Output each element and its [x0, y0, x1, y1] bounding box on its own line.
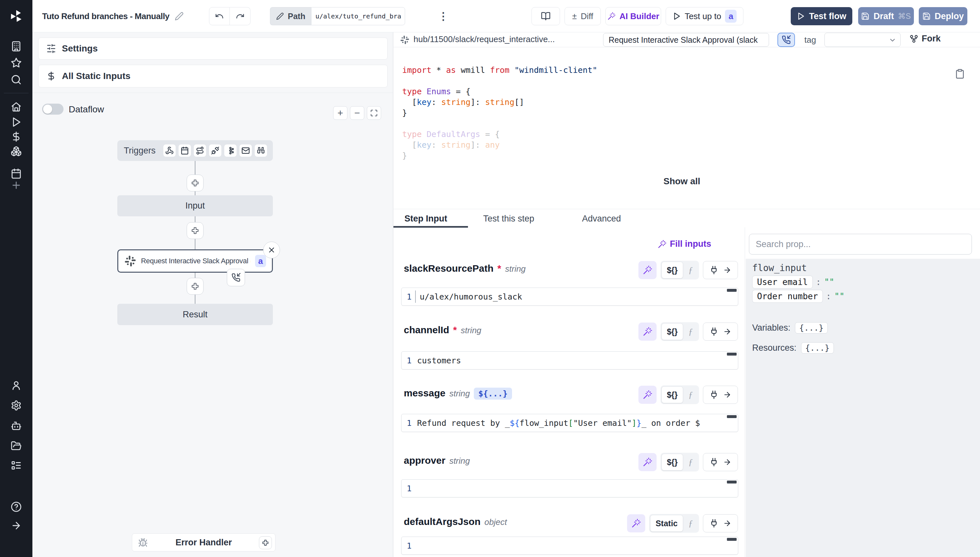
- add-icon[interactable]: [10, 179, 22, 191]
- dataflow-toggle[interactable]: [42, 104, 64, 115]
- function-mode-button[interactable]: ƒ: [683, 518, 698, 529]
- fork-button[interactable]: Fork: [909, 34, 941, 44]
- http-route-trigger-icon[interactable]: [194, 145, 206, 157]
- ai-bot-icon[interactable]: [10, 420, 22, 432]
- fit-view-button[interactable]: [367, 106, 381, 120]
- ai-builder-button[interactable]: AI Builder: [605, 7, 661, 25]
- docs-book-button[interactable]: [531, 7, 560, 25]
- logs-list-icon[interactable]: [10, 459, 22, 472]
- tab-advanced[interactable]: Advanced: [582, 214, 621, 224]
- schedules-icon[interactable]: [10, 168, 22, 180]
- connect-input-button[interactable]: [703, 514, 738, 533]
- webhook-trigger-icon[interactable]: [163, 145, 176, 157]
- runs-icon[interactable]: [10, 116, 22, 128]
- kafka-trigger-icon[interactable]: [224, 145, 237, 157]
- diff-button[interactable]: ± Diff: [565, 7, 601, 25]
- websocket-trigger-icon[interactable]: [209, 145, 221, 157]
- template-mode-button[interactable]: ${}: [662, 262, 683, 278]
- editor-scrollbar[interactable]: [727, 480, 737, 484]
- template-mode-button[interactable]: ${}: [662, 454, 683, 471]
- resources-icon[interactable]: [10, 145, 22, 157]
- template-mode-button[interactable]: ${}: [662, 386, 683, 403]
- error-handler-node[interactable]: Error Handler: [132, 533, 276, 552]
- variables-icon[interactable]: [10, 130, 22, 143]
- template-mode-button[interactable]: ${}: [662, 323, 683, 340]
- field-editor-slackResourcePath[interactable]: 1 u/alex/humorous_slack: [401, 288, 738, 306]
- hub-script-path[interactable]: hub/11500/slack/request_interactive...: [413, 34, 555, 44]
- tab-test-this-step[interactable]: Test this step: [483, 214, 534, 224]
- fill-inputs-button[interactable]: Fill inputs: [658, 239, 711, 249]
- suspend-approval-phone-icon[interactable]: [227, 269, 245, 286]
- email-trigger-icon[interactable]: [240, 145, 252, 157]
- search-icon[interactable]: [10, 73, 22, 86]
- result-node[interactable]: Result: [117, 304, 273, 325]
- static-mode-button[interactable]: Static: [650, 515, 683, 532]
- editor-scrollbar[interactable]: [727, 415, 737, 418]
- ai-fill-wand-button[interactable]: [639, 453, 657, 471]
- deploy-button[interactable]: Deploy: [919, 7, 967, 25]
- input-node[interactable]: Input: [117, 195, 273, 216]
- scheduled-poll-trigger-icon[interactable]: [255, 145, 267, 157]
- edit-title-pencil-icon[interactable]: [175, 11, 184, 21]
- home-icon[interactable]: [10, 101, 22, 113]
- help-icon[interactable]: [10, 501, 22, 513]
- insert-step-button[interactable]: [187, 174, 204, 191]
- connect-input-button[interactable]: [703, 322, 738, 341]
- editor-scrollbar[interactable]: [727, 289, 737, 292]
- test-flow-button[interactable]: Test flow: [791, 7, 852, 25]
- function-mode-button[interactable]: ƒ: [683, 457, 698, 467]
- connect-input-button[interactable]: [703, 453, 738, 471]
- field-editor-message[interactable]: 1 Refund request by _${flow_input["User …: [401, 414, 738, 432]
- zoom-out-button[interactable]: −: [350, 106, 364, 120]
- favorites-star-icon[interactable]: [10, 57, 22, 69]
- function-mode-button[interactable]: ƒ: [683, 390, 698, 400]
- tag-select[interactable]: [825, 33, 901, 47]
- undo-button[interactable]: [209, 7, 230, 25]
- flow-settings-row[interactable]: Settings: [38, 37, 387, 60]
- resources-expand-chip[interactable]: {...}: [801, 342, 834, 353]
- prop-chip-user-email[interactable]: User email: [752, 275, 813, 288]
- ai-fill-wand-button[interactable]: [627, 514, 645, 533]
- redo-button[interactable]: [230, 7, 250, 25]
- more-options-kebab[interactable]: ⋮: [437, 7, 450, 25]
- editor-scrollbar[interactable]: [727, 353, 737, 355]
- folders-icon[interactable]: [10, 440, 22, 452]
- workspace-icon[interactable]: [10, 40, 22, 52]
- add-error-handler-button[interactable]: [259, 536, 272, 549]
- prop-search-input[interactable]: [749, 234, 972, 254]
- field-editor-channelId[interactable]: 1 customers: [401, 351, 738, 370]
- flow-input-root[interactable]: flow_input: [752, 263, 807, 273]
- show-all-code-button[interactable]: Show all: [394, 176, 970, 187]
- prop-chip-order-number[interactable]: Order number: [752, 290, 823, 303]
- windmill-logo[interactable]: [0, 0, 33, 33]
- slack-approval-step-node[interactable]: Request Interactive Slack Approval (... …: [117, 249, 273, 273]
- insert-step-button[interactable]: [187, 222, 204, 239]
- remove-step-close-icon[interactable]: [263, 241, 280, 259]
- field-editor-defaultArgsJson[interactable]: 1: [401, 537, 738, 555]
- collapse-sidebar-icon[interactable]: [10, 520, 22, 532]
- path-input[interactable]: [311, 7, 405, 25]
- all-static-inputs-row[interactable]: All Static Inputs: [38, 65, 387, 88]
- variables-expand-chip[interactable]: {...}: [795, 322, 828, 334]
- connect-input-button[interactable]: [703, 386, 738, 404]
- schedule-trigger-icon[interactable]: [178, 145, 191, 157]
- function-mode-button[interactable]: ƒ: [683, 265, 698, 275]
- step-summary-input[interactable]: [603, 33, 769, 47]
- triggers-node[interactable]: Triggers: [117, 140, 273, 161]
- copy-code-icon[interactable]: [955, 68, 968, 81]
- tab-step-input[interactable]: Step Input: [405, 214, 447, 224]
- insert-step-button[interactable]: [187, 278, 204, 295]
- ai-fill-wand-button[interactable]: [639, 322, 657, 341]
- ai-fill-wand-button[interactable]: [639, 261, 657, 279]
- suspend-phone-toggle[interactable]: [777, 33, 795, 47]
- draft-button[interactable]: Draft ⌘S: [858, 7, 914, 25]
- users-icon[interactable]: [10, 379, 22, 391]
- zoom-in-button[interactable]: +: [333, 106, 348, 120]
- function-mode-button[interactable]: ƒ: [683, 327, 698, 337]
- settings-gear-icon[interactable]: [10, 399, 22, 412]
- connect-input-button[interactable]: [703, 261, 738, 279]
- field-editor-approver[interactable]: 1: [401, 479, 738, 497]
- editor-scrollbar[interactable]: [727, 538, 737, 541]
- test-up-to-button[interactable]: Test up to a: [666, 7, 743, 25]
- ai-fill-wand-button[interactable]: [639, 386, 657, 404]
